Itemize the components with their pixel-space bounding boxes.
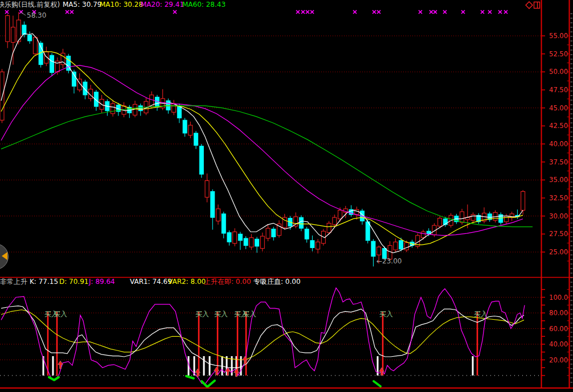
candle-body <box>138 106 142 111</box>
candle-body <box>299 217 303 228</box>
candle-body <box>366 222 370 241</box>
signal-bar <box>472 356 474 376</box>
candle-body <box>355 209 359 214</box>
stock-chart-window: 买入买入买入买入买入买入买入买入55.0052.5050.0047.5045.0… <box>0 0 573 392</box>
low-price-annotation: ←23.00 <box>376 258 402 265</box>
buy-label: 买入 <box>379 310 393 318</box>
candle-body <box>227 233 231 242</box>
price-tick-label: 27.50 <box>549 230 568 238</box>
candle-body <box>189 125 193 135</box>
indicator-value-label: 非常上升 <box>0 278 27 286</box>
candle-body <box>22 25 26 34</box>
indicator-line-k <box>1 306 524 368</box>
candle-body <box>255 239 259 246</box>
indicator-value-label: K: 77.15 <box>30 278 58 286</box>
candle-body <box>471 214 475 220</box>
candle-body <box>316 242 320 249</box>
candle-body <box>377 247 381 255</box>
candle-body <box>260 236 264 249</box>
signal-bar <box>209 356 211 376</box>
candle-body <box>327 223 331 232</box>
candle-body <box>305 229 309 239</box>
ma-label: MA20: 29.41 <box>141 1 184 9</box>
candle-body <box>399 241 403 249</box>
candle-body <box>504 216 508 222</box>
signal-bar <box>240 356 242 376</box>
candle-body <box>72 72 76 86</box>
price-tick-label: 37.50 <box>549 158 568 166</box>
green-bottom-mark <box>186 376 194 378</box>
candle-body <box>166 101 170 110</box>
chart-header: 快乐购(日线.前复权) MA5: 30.79MA10: 30.28MA20: 2… <box>0 0 573 9</box>
candle-body <box>371 241 375 257</box>
candle-body <box>194 133 198 146</box>
left-arrow-icon <box>2 252 7 260</box>
indicator-value-label: J: 89.64 <box>89 278 115 286</box>
green-bottom-mark <box>49 377 59 380</box>
price-tick-label: 45.00 <box>549 104 568 112</box>
buy-label: 买入 <box>195 310 209 318</box>
candle-body <box>211 192 215 218</box>
green-bottom-mark <box>202 381 215 387</box>
candle-body <box>460 212 464 222</box>
candle-body <box>244 238 248 246</box>
candle-body <box>177 106 181 118</box>
indicator-value-label: VAR1: 74.69 <box>130 278 172 286</box>
price-tick-label: 40.00 <box>549 140 568 148</box>
candle-body <box>183 120 187 133</box>
candle-body <box>199 146 203 174</box>
peak-pointer-line <box>21 12 26 15</box>
candle-body <box>294 217 298 226</box>
candle-body <box>421 232 425 238</box>
candle-body <box>6 16 10 42</box>
candle-body <box>266 228 270 238</box>
indicator-value-label: 专吸庄血: 0.00 <box>253 278 301 286</box>
chart-canvas[interactable]: 买入买入买入买入买入买入买入买入55.0052.5050.0047.5045.0… <box>0 0 573 392</box>
indicator-line-d <box>1 310 524 360</box>
buy-label: 买入 <box>243 310 256 318</box>
candle-body <box>394 242 398 250</box>
indicator-tick-label: 100.0 <box>549 294 568 302</box>
candle-body <box>44 52 48 63</box>
candle-body <box>216 209 220 221</box>
candle-body <box>222 214 226 233</box>
ma-label: MA5: 30.79 <box>63 1 101 9</box>
candle-body <box>111 104 115 114</box>
indicator-tick-label: 80.00 <box>549 309 568 317</box>
indicator-header: 非常上升K: 77.15D: 70.91J: 89.64VAR1: 74.69V… <box>0 278 541 286</box>
price-tick-label: 25.00 <box>549 248 568 256</box>
signal-bar <box>203 356 205 376</box>
candle-body <box>310 241 314 248</box>
indicator-value-label: 上升在即: 0.00 <box>204 278 251 286</box>
candle-body <box>404 243 408 250</box>
ma-label: MA60: 28.43 <box>182 1 226 9</box>
indicator-tick-label: 60.00 <box>549 325 568 333</box>
candle-body <box>438 218 442 226</box>
price-tick-label: 30.00 <box>549 212 568 220</box>
price-tick-label: 42.50 <box>549 122 568 130</box>
candle-body <box>272 229 276 237</box>
candle-body <box>28 35 32 41</box>
candle-body <box>249 238 253 247</box>
ma-label: MA10: 30.28 <box>100 1 143 9</box>
candle-body <box>172 104 176 112</box>
candle-body <box>521 192 525 211</box>
indicator-tick-label: 20.00 <box>549 356 568 364</box>
buy-label: 买入 <box>474 310 488 318</box>
indicator-tick-label: 40.00 <box>549 340 568 348</box>
candle-body <box>0 72 4 120</box>
green-bottom-mark <box>374 381 380 386</box>
price-tick-label: 55.00 <box>549 32 568 40</box>
candle-body <box>338 211 342 219</box>
signal-bar <box>52 356 54 376</box>
price-tick-label: 52.50 <box>549 50 568 58</box>
candle-body <box>50 55 54 72</box>
price-tick-label: 32.50 <box>549 194 568 202</box>
buy-arrow-icon <box>58 361 63 369</box>
buy-label: 买入 <box>54 310 67 318</box>
price-tick-label: 50.00 <box>549 68 568 76</box>
candle-body <box>205 181 209 197</box>
peak-price-annotation: 58.30 <box>27 12 46 19</box>
candle-body <box>238 234 242 240</box>
price-tick-label: 35.00 <box>549 176 568 184</box>
